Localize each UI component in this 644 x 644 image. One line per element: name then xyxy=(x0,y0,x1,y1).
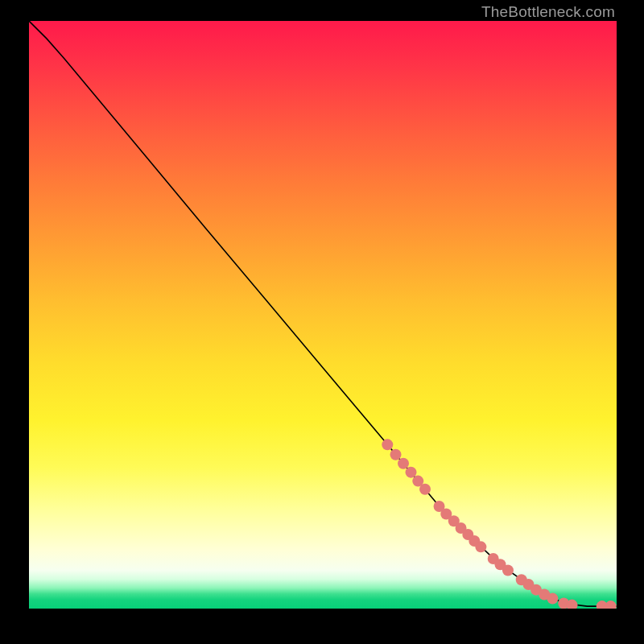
plot-background xyxy=(29,21,617,609)
chart-frame: TheBottleneck.com xyxy=(0,0,644,644)
watermark-text: TheBottleneck.com xyxy=(481,3,615,21)
